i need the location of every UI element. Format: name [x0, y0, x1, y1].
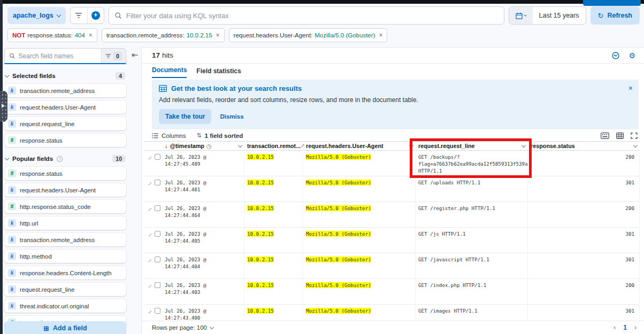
selected-fields-toggle[interactable]: Selected fields 4	[4, 71, 126, 81]
chevron-down-icon[interactable]	[633, 143, 638, 147]
request-line-cell[interactable]: GET /backups/? flag=a76637b62ea99acda12f…	[416, 151, 528, 176]
header-request-line[interactable]: request.request_line	[416, 142, 528, 150]
field-sorted-button[interactable]: ⇅ 1 field sorted	[196, 132, 243, 139]
request-line-cell[interactable]: GET /uploads HTTP/1.1	[416, 176, 528, 201]
field-item[interactable]: krequest.request_line	[4, 117, 126, 130]
popular-fields-toggle[interactable]: Popular fields ? 10	[4, 154, 126, 164]
response-status-cell[interactable]: 301	[528, 176, 640, 201]
expand-document-icon[interactable]: ↔	[145, 255, 154, 264]
chevron-down-icon[interactable]	[409, 143, 413, 147]
time-range-label[interactable]: Last 15 years	[533, 12, 586, 19]
remove-filter-icon[interactable]: ×	[216, 32, 220, 39]
remote-address-cell[interactable]: 10.0.2.15	[244, 151, 303, 176]
refresh-button[interactable]: ↻ Refresh	[591, 6, 640, 25]
header-response-status[interactable]: response.status	[528, 142, 640, 150]
dismiss-link[interactable]: Dismiss	[220, 113, 243, 120]
page-number[interactable]: 1	[623, 324, 627, 331]
response-status-cell[interactable]: 301	[528, 228, 640, 253]
remote-address-cell[interactable]: 10.0.2.15	[244, 228, 303, 253]
screen-edge-handle[interactable]	[0, 91, 7, 122]
field-item[interactable]: krequest.headers.User-Agent	[4, 183, 126, 197]
display-density-icon[interactable]	[601, 133, 609, 139]
chevron-down-icon[interactable]	[238, 143, 242, 147]
data-view-picker[interactable]: apache_logs	[7, 7, 66, 24]
row-checkbox[interactable]	[155, 154, 160, 160]
row-checkbox[interactable]	[155, 205, 160, 211]
header-timestamp[interactable]: ↓ @timestamp ◷	[162, 142, 244, 150]
timestamp-cell[interactable]: Jul 26, 2023 @ 14:27:44.481	[162, 176, 244, 201]
user-agent-cell[interactable]: Mozilla/5.0 (Gobuster)	[303, 151, 416, 176]
next-page-icon[interactable]: ›	[634, 324, 637, 331]
remote-address-cell[interactable]: 10.0.2.15	[244, 253, 303, 278]
header-user-agent[interactable]: request.headers.User-Agent	[303, 142, 416, 150]
timestamp-cell[interactable]: Jul 26, 2023 @ 14:27:44.405	[162, 228, 244, 253]
field-item[interactable]: #http.response.status_code	[4, 200, 126, 213]
field-item[interactable]: ktransaction.remote_address	[4, 84, 126, 97]
kql-query-bar[interactable]	[109, 6, 504, 25]
row-checkbox[interactable]	[155, 257, 160, 262]
expand-document-icon[interactable]: ↔	[145, 307, 154, 315]
kql-query-input[interactable]	[126, 12, 499, 20]
request-line-cell[interactable]: GET /index.php HTTP/1.1	[416, 279, 528, 304]
field-filter-button[interactable]: 0	[101, 49, 126, 63]
take-tour-button[interactable]: Take the tour	[159, 109, 211, 124]
remote-address-cell[interactable]: 10.0.2.15	[244, 202, 303, 227]
user-agent-cell[interactable]: Mozilla/5.0 (Gobuster)	[303, 253, 416, 278]
calendar-menu-button[interactable]	[509, 7, 533, 24]
user-agent-cell[interactable]: Mozilla/5.0 (Gobuster)	[303, 202, 416, 227]
previous-page-icon[interactable]: ‹	[614, 324, 616, 331]
timestamp-cell[interactable]: Jul 26, 2023 @ 14:27:44.404	[162, 253, 244, 278]
expand-document-icon[interactable]: ↔	[145, 204, 154, 213]
expand-document-icon[interactable]: ↔	[145, 230, 154, 238]
collapse-sidebar-icon[interactable]: ⇤	[132, 50, 139, 60]
row-height-icon[interactable]	[616, 133, 624, 139]
add-field-button[interactable]: ⊞ Add a field	[4, 321, 126, 334]
inspect-icon[interactable]	[611, 51, 620, 60]
request-line-cell[interactable]: GET /js HTTP/1.1	[416, 228, 528, 253]
field-item[interactable]: #response.status	[4, 167, 126, 180]
expand-document-icon[interactable]: ↔	[145, 153, 154, 161]
saved-query-menu-button[interactable]	[71, 7, 87, 24]
fullscreen-icon[interactable]	[631, 133, 638, 139]
close-icon[interactable]: ×	[628, 84, 633, 92]
response-status-cell[interactable]: 200	[528, 279, 640, 304]
user-agent-cell[interactable]: Mozilla/5.0 (Gobuster)	[303, 279, 416, 304]
field-item[interactable]: khttp.url	[4, 216, 126, 230]
gear-icon[interactable]: ⚙	[628, 51, 635, 60]
timestamp-cell[interactable]: Jul 26, 2023 @ 14:27:44.403	[162, 279, 244, 304]
remote-address-cell[interactable]: 10.0.2.15	[244, 279, 303, 304]
row-checkbox[interactable]	[155, 282, 160, 288]
field-item[interactable]: ktransaction.remote_address	[4, 233, 126, 246]
filter-pill-response-status[interactable]: NOT response.status: 404 ×	[7, 28, 97, 42]
user-agent-cell[interactable]: Mozilla/5.0 (Gobuster)	[303, 176, 416, 201]
field-item[interactable]: krequest.request_line	[4, 283, 126, 296]
tab-documents[interactable]: Documents	[152, 66, 187, 78]
field-item[interactable]: kresponse.headers.Content-Length	[4, 266, 126, 279]
request-line-cell[interactable]: GET /javascript HTTP/1.1	[416, 253, 528, 278]
user-agent-cell[interactable]: Mozilla/5.0 (Gobuster)	[303, 228, 416, 253]
timestamp-cell[interactable]: Jul 26, 2023 @ 14:27:44.464	[162, 202, 244, 227]
request-line-cell[interactable]: GET /register.php HTTP/1.1	[416, 202, 528, 227]
field-item[interactable]: khttp.method	[4, 250, 126, 263]
rows-per-page-button[interactable]: Rows per page: 100	[152, 324, 213, 331]
response-status-cell[interactable]: 200	[528, 151, 640, 176]
row-checkbox[interactable]	[155, 231, 160, 237]
cutoff-update-button[interactable]	[583, 0, 641, 6]
header-transaction-remote[interactable]: transaction.remot...	[244, 142, 303, 150]
remote-address-cell[interactable]: 10.0.2.15	[244, 176, 303, 201]
chevron-down-icon[interactable]	[522, 143, 526, 147]
filter-pill-user-agent[interactable]: request.headers.User-Agent: Mozilla/5.0 …	[229, 28, 388, 42]
response-status-cell[interactable]: 200	[528, 202, 640, 227]
row-checkbox[interactable]	[155, 180, 160, 185]
filter-pill-remote-address[interactable]: transaction.remote_address: 10.0.2.15 ×	[102, 28, 225, 42]
expand-document-icon[interactable]: ↔	[145, 281, 154, 290]
remove-filter-icon[interactable]: ×	[379, 32, 382, 39]
remove-filter-icon[interactable]: ×	[89, 32, 93, 39]
add-filter-button[interactable]: +	[87, 7, 104, 24]
response-status-cell[interactable]: 301	[528, 253, 640, 278]
field-item[interactable]: #response.status	[4, 134, 126, 147]
columns-button[interactable]: Columns	[152, 133, 186, 139]
field-search-input[interactable]	[19, 52, 97, 60]
timestamp-cell[interactable]: Jul 26, 2023 @ 14:27:45.489	[162, 151, 244, 176]
field-item[interactable]: krequest.headers.User-Agent	[4, 100, 126, 114]
